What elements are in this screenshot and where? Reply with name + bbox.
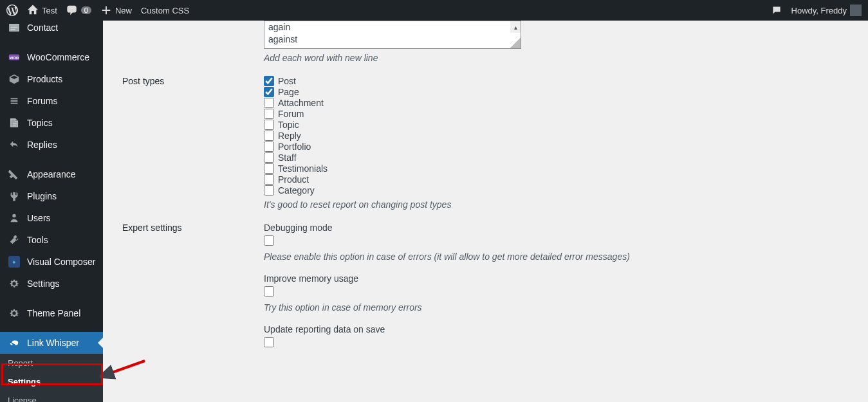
svg-text:woo: woo	[9, 55, 19, 60]
sidebar-item-theme-panel[interactable]: Theme Panel	[0, 302, 103, 324]
sidebar-item-woocommerce[interactable]: wooWooCommerce	[0, 46, 103, 68]
sidebar-item-appearance[interactable]: Appearance	[0, 163, 103, 185]
users-icon	[8, 212, 21, 224]
post-type-label: Topic	[278, 120, 299, 130]
resize-icon[interactable]	[510, 38, 521, 48]
sidebar-item-settings[interactable]: Settings	[0, 273, 103, 295]
scroll-up-icon[interactable]: ▴	[510, 21, 521, 33]
post-type-checkbox[interactable]	[264, 120, 274, 130]
sidebar-item-visual-composer[interactable]: ✦Visual Composer	[0, 251, 103, 273]
sidebar-item-label: Appearance	[27, 169, 76, 179]
sidebar-item-topics[interactable]: Topics	[0, 112, 103, 134]
post-types-hint: It's good to reset report on changing po…	[264, 199, 451, 210]
toolbar-howdy: Howdy, Freddy	[791, 6, 847, 15]
sidebar-item-plugins[interactable]: Plugins	[0, 185, 103, 207]
post-type-checkbox[interactable]	[264, 185, 274, 196]
post-type-checkbox[interactable]	[264, 76, 274, 86]
appearance-icon	[8, 168, 21, 181]
admin-sidebar: ContactwooWooCommerceProductsForumsTopic…	[0, 21, 103, 402]
sidebar-item-label: Settings	[27, 279, 60, 289]
toolbar-comments-count: 0	[81, 6, 91, 14]
expert-checkbox[interactable]	[264, 286, 274, 297]
sidebar-item-products[interactable]: Products	[0, 68, 103, 90]
products-icon	[8, 73, 21, 86]
toolbar-left: Test 0 New Custom CSS	[6, 0, 189, 21]
toolbar-comments[interactable]: 0	[66, 5, 91, 16]
wordpress-logo[interactable]	[6, 5, 18, 16]
plus-icon	[100, 5, 112, 16]
post-type-checkbox[interactable]	[264, 109, 274, 119]
tools-icon	[8, 233, 21, 246]
toolbar-new-label: New	[115, 6, 132, 15]
toolbar-custom-css-label: Custom CSS	[141, 6, 189, 15]
expert-hint: Try this option in case of memory errors	[264, 302, 630, 313]
expert-checkbox[interactable]	[264, 235, 274, 246]
post-type-checkbox[interactable]	[264, 163, 274, 174]
toolbar-site-title: Test	[42, 6, 57, 15]
sidebar-item-label: Forums	[27, 96, 57, 106]
toolbar-new[interactable]: New	[100, 5, 132, 16]
post-type-label: Post	[278, 76, 296, 86]
comments-icon	[66, 5, 78, 16]
sidebar-item-label: Users	[27, 213, 51, 223]
post-type-checkbox[interactable]	[264, 142, 274, 152]
expert-label: Debugging mode	[264, 223, 630, 233]
post-type-portfolio: Portfolio	[264, 142, 451, 152]
sidebar-sub-item-report[interactable]: Report	[0, 354, 103, 372]
expert-label: Improve memory usage	[264, 273, 630, 284]
sidebar-item-label: Plugins	[27, 191, 57, 201]
toolbar-site[interactable]: Test	[27, 5, 57, 16]
post-type-label: Product	[278, 174, 309, 185]
contact-icon	[8, 21, 21, 34]
word-option[interactable]: again	[268, 21, 517, 33]
replies-icon	[8, 138, 21, 151]
sidebar-item-label: Link Whisper	[27, 338, 79, 348]
post-type-testimonials: Testimonials	[264, 163, 451, 174]
sidebar-item-users[interactable]: Users	[0, 207, 103, 229]
sidebar-item-contact[interactable]: Contact	[0, 21, 103, 39]
ignore-words-hint: Add each word with new line	[264, 53, 521, 63]
vc-icon: ✦	[8, 255, 21, 268]
sidebar-item-forums[interactable]: Forums	[0, 90, 103, 112]
post-type-forum: Forum	[264, 109, 451, 119]
settings-icon	[8, 277, 21, 290]
post-type-attachment: Attachment	[264, 98, 451, 108]
content-area: ▴ again against Add each word with new l…	[103, 21, 868, 402]
notification-icon[interactable]	[771, 5, 782, 16]
sidebar-item-label: Replies	[27, 140, 57, 150]
sidebar-item-replies[interactable]: Replies	[0, 134, 103, 156]
toolbar-custom-css[interactable]: Custom CSS	[141, 6, 189, 15]
expert-update-reporting-data-on-save: Update reporting data on save	[264, 324, 630, 349]
post-type-topic: Topic	[264, 120, 451, 130]
post-type-checkbox[interactable]	[264, 87, 274, 97]
post-type-label: Category	[278, 185, 315, 196]
word-option[interactable]: against	[268, 33, 517, 46]
post-type-checkbox[interactable]	[264, 174, 274, 185]
expert-checkbox[interactable]	[264, 337, 274, 347]
post-type-label: Portfolio	[278, 142, 311, 152]
sidebar-sub-item-license[interactable]: License	[0, 391, 103, 402]
sidebar-sub-item-settings[interactable]: Settings	[0, 372, 103, 391]
post-type-label: Testimonials	[278, 163, 328, 174]
link-whisper-icon	[8, 336, 21, 349]
avatar	[850, 5, 862, 16]
post-type-checkbox[interactable]	[264, 131, 274, 141]
sidebar-item-label: Visual Composer	[27, 257, 95, 267]
toolbar-user[interactable]: Howdy, Freddy	[791, 5, 862, 16]
svg-text:✦: ✦	[12, 259, 17, 266]
wordpress-icon	[6, 5, 18, 16]
expert-improve-memory-usage: Improve memory usageTry this option in c…	[264, 273, 630, 313]
topics-icon	[8, 116, 21, 129]
sidebar-item-tools[interactable]: Tools	[0, 229, 103, 251]
post-type-checkbox[interactable]	[264, 152, 274, 163]
sidebar-item-link-whisper[interactable]: Link Whisper	[0, 332, 103, 354]
post-type-label: Forum	[278, 109, 304, 119]
ignore-words-select[interactable]: ▴ again against	[264, 21, 521, 49]
post-type-staff: Staff	[264, 152, 451, 163]
post-type-checkbox[interactable]	[264, 98, 274, 108]
sidebar-submenu: ReportSettingsLicense	[0, 354, 103, 402]
home-icon	[27, 5, 39, 16]
post-type-label: Attachment	[278, 98, 324, 108]
sidebar-item-label: Theme Panel	[27, 308, 80, 318]
post-type-post: Post	[264, 76, 451, 86]
